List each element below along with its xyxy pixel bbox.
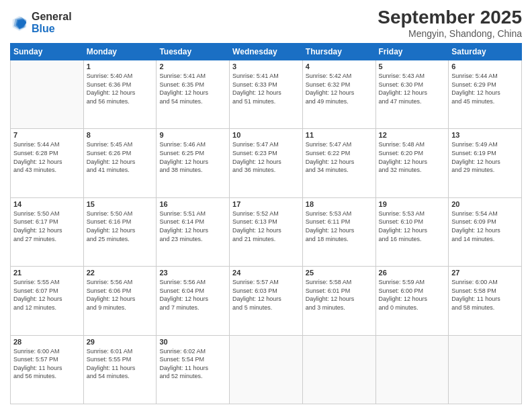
day-number: 10 <box>232 131 300 139</box>
day-number: 16 <box>159 200 226 208</box>
day-info: Sunrise: 6:01 AM Sunset: 5:55 PM Dayligh… <box>87 347 154 381</box>
calendar-cell: 16Sunrise: 5:51 AM Sunset: 6:14 PM Dayli… <box>157 197 230 266</box>
day-number: 29 <box>87 338 154 346</box>
calendar-cell <box>375 335 449 404</box>
day-info: Sunrise: 5:56 AM Sunset: 6:06 PM Dayligh… <box>87 278 154 312</box>
day-info: Sunrise: 5:44 AM Sunset: 6:29 PM Dayligh… <box>451 72 519 105</box>
day-info: Sunrise: 5:48 AM Sunset: 6:20 PM Dayligh… <box>379 140 446 174</box>
weekday-header-saturday: Saturday <box>449 44 522 60</box>
calendar-cell: 6Sunrise: 5:44 AM Sunset: 6:29 PM Daylig… <box>449 60 522 129</box>
calendar-cell: 12Sunrise: 5:48 AM Sunset: 6:20 PM Dayli… <box>375 129 449 197</box>
calendar-table: SundayMondayTuesdayWednesdayThursdayFrid… <box>10 43 522 404</box>
calendar-cell: 28Sunrise: 6:00 AM Sunset: 5:57 PM Dayli… <box>11 335 84 404</box>
day-number: 5 <box>379 62 446 71</box>
calendar-cell <box>230 335 303 404</box>
week-row-3: 21Sunrise: 5:55 AM Sunset: 6:07 PM Dayli… <box>11 267 522 335</box>
day-number: 6 <box>451 62 519 71</box>
day-info: Sunrise: 5:45 AM Sunset: 6:26 PM Dayligh… <box>87 140 154 174</box>
day-info: Sunrise: 5:55 AM Sunset: 6:07 PM Dayligh… <box>13 278 81 312</box>
day-info: Sunrise: 5:50 AM Sunset: 6:17 PM Dayligh… <box>13 210 81 243</box>
day-number: 7 <box>13 131 81 139</box>
week-row-2: 14Sunrise: 5:50 AM Sunset: 6:17 PM Dayli… <box>11 197 522 266</box>
header: General Blue September 2025 Mengyin, Sha… <box>10 7 522 39</box>
title-block: September 2025 Mengyin, Shandong, China <box>378 7 522 39</box>
day-info: Sunrise: 5:40 AM Sunset: 6:36 PM Dayligh… <box>87 72 154 105</box>
day-info: Sunrise: 6:02 AM Sunset: 5:54 PM Dayligh… <box>159 347 226 381</box>
day-number: 28 <box>13 338 81 346</box>
calendar-cell: 9Sunrise: 5:46 AM Sunset: 6:25 PM Daylig… <box>157 129 230 197</box>
day-number: 15 <box>87 200 154 208</box>
calendar-cell: 2Sunrise: 5:41 AM Sunset: 6:35 PM Daylig… <box>157 60 230 129</box>
day-info: Sunrise: 5:59 AM Sunset: 6:00 PM Dayligh… <box>379 278 446 312</box>
calendar-cell: 24Sunrise: 5:57 AM Sunset: 6:03 PM Dayli… <box>230 267 303 335</box>
day-info: Sunrise: 5:52 AM Sunset: 6:13 PM Dayligh… <box>232 210 300 243</box>
day-number: 18 <box>306 200 373 208</box>
day-info: Sunrise: 5:50 AM Sunset: 6:16 PM Dayligh… <box>87 210 154 243</box>
weekday-header-tuesday: Tuesday <box>157 44 230 60</box>
calendar-cell: 26Sunrise: 5:59 AM Sunset: 6:00 PM Dayli… <box>375 267 449 335</box>
location-subtitle: Mengyin, Shandong, China <box>378 28 522 39</box>
calendar-body: 1Sunrise: 5:40 AM Sunset: 6:36 PM Daylig… <box>11 60 522 404</box>
day-number: 20 <box>451 200 519 208</box>
day-info: Sunrise: 5:47 AM Sunset: 6:22 PM Dayligh… <box>306 140 373 174</box>
day-number: 8 <box>87 131 154 139</box>
calendar-cell: 25Sunrise: 5:58 AM Sunset: 6:01 PM Dayli… <box>302 267 375 335</box>
month-title: September 2025 <box>378 7 522 28</box>
week-row-0: 1Sunrise: 5:40 AM Sunset: 6:36 PM Daylig… <box>11 60 522 129</box>
day-info: Sunrise: 5:42 AM Sunset: 6:32 PM Dayligh… <box>306 72 373 105</box>
logo: General Blue <box>10 11 72 34</box>
calendar-cell: 17Sunrise: 5:52 AM Sunset: 6:13 PM Dayli… <box>230 197 303 266</box>
day-info: Sunrise: 5:51 AM Sunset: 6:14 PM Dayligh… <box>159 210 226 243</box>
calendar-cell <box>302 335 375 404</box>
day-number: 2 <box>159 62 226 71</box>
day-number: 3 <box>232 62 300 71</box>
day-number: 17 <box>232 200 300 208</box>
day-number: 26 <box>379 269 446 277</box>
day-number: 4 <box>306 62 373 71</box>
week-row-4: 28Sunrise: 6:00 AM Sunset: 5:57 PM Dayli… <box>11 335 522 404</box>
calendar-cell: 29Sunrise: 6:01 AM Sunset: 5:55 PM Dayli… <box>83 335 157 404</box>
day-info: Sunrise: 5:49 AM Sunset: 6:19 PM Dayligh… <box>451 140 519 174</box>
day-number: 27 <box>451 269 519 277</box>
logo-text: General Blue <box>32 11 72 34</box>
day-info: Sunrise: 6:00 AM Sunset: 5:57 PM Dayligh… <box>13 347 81 381</box>
day-number: 23 <box>159 269 226 277</box>
calendar-cell: 10Sunrise: 5:47 AM Sunset: 6:23 PM Dayli… <box>230 129 303 197</box>
weekday-header-sunday: Sunday <box>11 44 84 60</box>
day-number: 12 <box>379 131 446 139</box>
day-number: 1 <box>87 62 154 71</box>
day-number: 22 <box>87 269 154 277</box>
weekday-header-wednesday: Wednesday <box>230 44 303 60</box>
weekday-header-row: SundayMondayTuesdayWednesdayThursdayFrid… <box>11 44 522 60</box>
logo-blue: Blue <box>32 23 55 34</box>
calendar-cell: 4Sunrise: 5:42 AM Sunset: 6:32 PM Daylig… <box>302 60 375 129</box>
day-info: Sunrise: 5:41 AM Sunset: 6:35 PM Dayligh… <box>159 72 226 105</box>
calendar-cell <box>449 335 522 404</box>
day-info: Sunrise: 5:53 AM Sunset: 6:11 PM Dayligh… <box>306 210 373 243</box>
calendar-cell: 30Sunrise: 6:02 AM Sunset: 5:54 PM Dayli… <box>157 335 230 404</box>
calendar-cell: 13Sunrise: 5:49 AM Sunset: 6:19 PM Dayli… <box>449 129 522 197</box>
calendar-cell: 14Sunrise: 5:50 AM Sunset: 6:17 PM Dayli… <box>11 197 84 266</box>
day-number: 11 <box>306 131 373 139</box>
calendar-cell: 5Sunrise: 5:43 AM Sunset: 6:30 PM Daylig… <box>375 60 449 129</box>
day-info: Sunrise: 5:44 AM Sunset: 6:28 PM Dayligh… <box>13 140 81 174</box>
calendar-cell: 11Sunrise: 5:47 AM Sunset: 6:22 PM Dayli… <box>302 129 375 197</box>
day-number: 19 <box>379 200 446 208</box>
calendar-cell: 27Sunrise: 6:00 AM Sunset: 5:58 PM Dayli… <box>449 267 522 335</box>
calendar-cell: 23Sunrise: 5:56 AM Sunset: 6:04 PM Dayli… <box>157 267 230 335</box>
day-info: Sunrise: 5:56 AM Sunset: 6:04 PM Dayligh… <box>159 278 226 312</box>
weekday-header-friday: Friday <box>375 44 449 60</box>
day-info: Sunrise: 5:47 AM Sunset: 6:23 PM Dayligh… <box>232 140 300 174</box>
day-info: Sunrise: 5:57 AM Sunset: 6:03 PM Dayligh… <box>232 278 300 312</box>
day-number: 9 <box>159 131 226 139</box>
calendar-cell: 22Sunrise: 5:56 AM Sunset: 6:06 PM Dayli… <box>83 267 157 335</box>
week-row-1: 7Sunrise: 5:44 AM Sunset: 6:28 PM Daylig… <box>11 129 522 197</box>
day-info: Sunrise: 5:54 AM Sunset: 6:09 PM Dayligh… <box>451 210 519 243</box>
logo-icon <box>10 13 29 32</box>
day-info: Sunrise: 5:58 AM Sunset: 6:01 PM Dayligh… <box>306 278 373 312</box>
calendar-cell: 8Sunrise: 5:45 AM Sunset: 6:26 PM Daylig… <box>83 129 157 197</box>
calendar-cell: 7Sunrise: 5:44 AM Sunset: 6:28 PM Daylig… <box>11 129 84 197</box>
day-number: 30 <box>159 338 226 346</box>
calendar-cell: 21Sunrise: 5:55 AM Sunset: 6:07 PM Dayli… <box>11 267 84 335</box>
day-number: 25 <box>306 269 373 277</box>
